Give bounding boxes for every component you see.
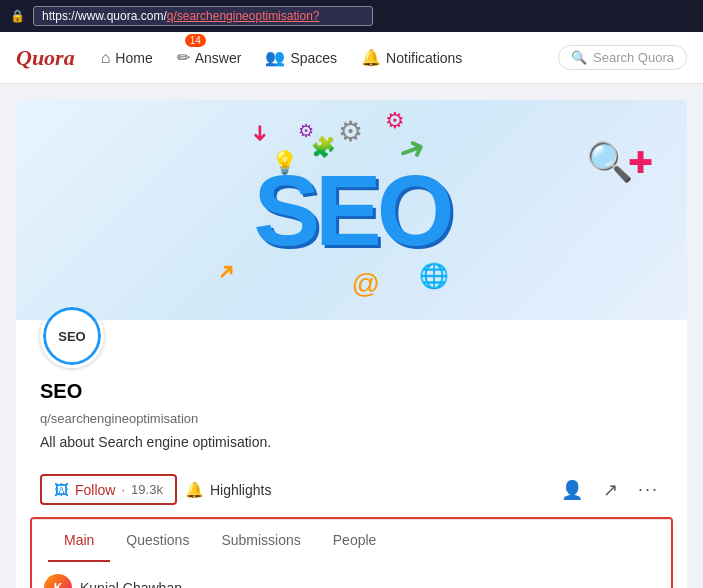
seo-circle-text: SEO xyxy=(58,329,85,344)
follow-count: 19.3k xyxy=(131,482,163,497)
person-add-icon[interactable]: 👤 xyxy=(557,475,587,505)
seo-big-text: SEO xyxy=(253,153,449,268)
url-highlight: q/searchengineoptimisation? xyxy=(167,9,320,23)
answer-icon: ✏ xyxy=(177,48,190,67)
follow-label: Follow xyxy=(75,482,115,498)
gear-icon-3: ⚙ xyxy=(298,120,314,142)
post-composer: K Kunjal Chawhan 🔗 Link ✏ Post ? Questio… xyxy=(32,562,671,588)
gear-icon-1: ⚙ xyxy=(338,115,363,148)
topic-name: SEO xyxy=(40,380,663,403)
share-icon[interactable]: ↗ xyxy=(599,475,622,505)
tab-submissions[interactable]: Submissions xyxy=(205,520,316,562)
highlights-bell-icon: 🔔 xyxy=(185,481,204,499)
magnifier-icon: 🔍 xyxy=(586,140,633,184)
seo-circle-arrow: ↺ xyxy=(89,306,102,325)
highlights-label: Highlights xyxy=(210,482,271,498)
home-icon: ⌂ xyxy=(101,49,111,67)
content-area: SEO ⚙ ⚙ ⚙ ➜ 🔍 ✚ @ 🌐 🧩 ➜ 💡 ➜ SEO ↺ xyxy=(16,100,687,588)
nav-answer[interactable]: ✏ Answer 14 xyxy=(167,42,252,73)
nav-home[interactable]: ⌂ Home xyxy=(91,43,163,73)
plus-icon: ✚ xyxy=(628,145,653,180)
search-icon: 🔍 xyxy=(571,50,587,65)
action-bar: 🖼 Follow · 19.3k 🔔 Highlights 👤 ↗ ··· xyxy=(16,466,687,517)
user-initial: K xyxy=(54,581,63,588)
lock-icon: 🔒 xyxy=(10,9,25,23)
search-box[interactable]: 🔍 Search Quora xyxy=(558,45,687,70)
follow-icon: 🖼 xyxy=(54,481,69,498)
follow-button[interactable]: 🖼 Follow · 19.3k xyxy=(40,474,177,505)
spaces-icon: 👥 xyxy=(265,48,285,67)
seo-circle: SEO ↺ xyxy=(43,307,101,365)
nav-notifications[interactable]: 🔔 Notifications xyxy=(351,42,472,73)
url-box[interactable]: https://www.quora.com/q/searchengineopti… xyxy=(33,6,373,26)
bell-icon: 🔔 xyxy=(361,48,381,67)
topic-banner: SEO ⚙ ⚙ ⚙ ➜ 🔍 ✚ @ 🌐 🧩 ➜ 💡 ➜ xyxy=(16,100,687,320)
profile-section: SEO ↺ SEO q/searchengineoptimisation All… xyxy=(16,320,687,466)
answer-badge: 14 xyxy=(185,34,206,47)
quora-logo[interactable]: Quora xyxy=(16,45,75,71)
top-nav: Quora ⌂ Home ✏ Answer 14 👥 Spaces 🔔 Noti… xyxy=(0,32,703,84)
tabs-bar: Main Questions Submissions People xyxy=(32,519,671,562)
nav-spaces[interactable]: 👥 Spaces xyxy=(255,42,347,73)
nav-answer-label: Answer xyxy=(195,50,242,66)
gear-icon-2: ⚙ xyxy=(385,108,405,134)
address-bar: 🔒 https://www.quora.com/q/searchengineop… xyxy=(0,0,703,32)
nav-notifications-label: Notifications xyxy=(386,50,462,66)
at-sign-icon: @ xyxy=(352,268,380,300)
highlights-button[interactable]: 🔔 Highlights xyxy=(185,481,271,499)
user-avatar: K xyxy=(44,574,72,588)
nav-home-label: Home xyxy=(115,50,152,66)
url-prefix: https://www.quora.com/ xyxy=(42,9,167,23)
tab-people[interactable]: People xyxy=(317,520,393,562)
search-placeholder: Search Quora xyxy=(593,50,674,65)
topic-description: All about Search engine optimisation. xyxy=(40,434,663,450)
user-row: K Kunjal Chawhan xyxy=(44,574,659,588)
topic-slug: q/searchengineoptimisation xyxy=(40,411,663,426)
seo-graphic: SEO ⚙ ⚙ ⚙ ➜ 🔍 ✚ @ 🌐 🧩 ➜ 💡 ➜ xyxy=(16,100,687,320)
arrow-up-icon: ➜ xyxy=(211,256,242,287)
user-name: Kunjal Chawhan xyxy=(80,580,182,588)
tab-main[interactable]: Main xyxy=(48,520,110,562)
more-options-icon[interactable]: ··· xyxy=(634,475,663,504)
tab-questions[interactable]: Questions xyxy=(110,520,205,562)
nav-spaces-label: Spaces xyxy=(290,50,337,66)
arrow-up2-icon: ➜ xyxy=(247,124,273,142)
action-right-group: 👤 ↗ ··· xyxy=(557,475,663,505)
tab-section: Main Questions Submissions People K Kunj… xyxy=(30,517,673,588)
